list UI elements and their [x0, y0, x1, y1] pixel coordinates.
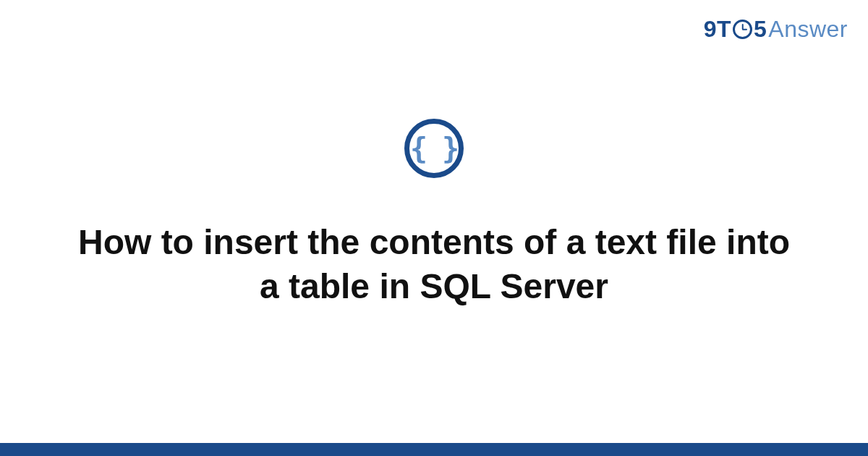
category-icon-circle: { }: [404, 119, 464, 178]
footer-bar: [0, 443, 868, 456]
code-braces-icon: { }: [410, 132, 458, 165]
main-content: { } How to insert the contents of a text…: [0, 0, 868, 456]
question-title: How to insert the contents of a text fil…: [72, 220, 796, 309]
